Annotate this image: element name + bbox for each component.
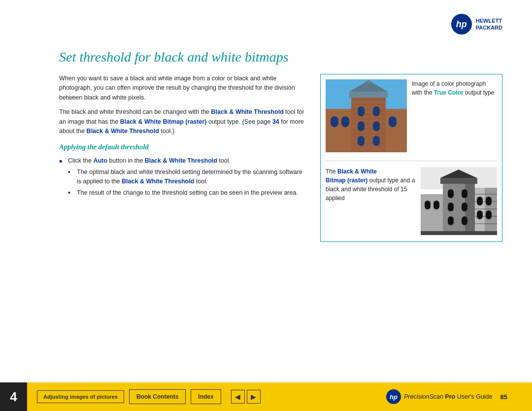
svg-rect-42 [462,189,467,198]
color-building-svg [326,79,407,152]
next-arrow[interactable]: ▶ [247,390,261,404]
svg-rect-59 [477,210,483,219]
svg-rect-57 [477,197,483,206]
svg-rect-32 [389,116,397,127]
index-button[interactable]: Index [191,389,221,404]
svg-rect-16 [351,129,386,129]
bw-photo-section: The Black & WhiteBitmap (raster) output … [326,167,497,237]
page-34-link[interactable]: 34 [272,118,279,125]
footer-brand: hp PrecisionScan Pro User's Guide 85 [386,389,522,404]
footer-navigation: Adjusting images of pictures Book Conten… [27,389,532,404]
svg-rect-31 [341,116,349,127]
svg-rect-49 [433,201,439,209]
svg-rect-15 [351,124,386,124]
hp-logo-circle: hp [451,14,472,34]
svg-rect-41 [448,189,454,198]
left-column: When you want to save a black and white … [59,74,305,242]
nav-arrows: ◀ ▶ [231,390,261,404]
svg-rect-30 [331,116,338,127]
svg-rect-23 [373,106,380,116]
svg-rect-19 [351,143,386,144]
footer-page-num-right: 85 [496,393,507,401]
bw-threshold-link-1[interactable]: Black & White Threshold [211,108,284,115]
right-column: Image of a color photograph with the Tru… [320,74,502,242]
svg-rect-27 [373,136,380,146]
main-layout: When you want to save a black and white … [59,74,502,242]
hp-logo-text: hp [456,19,467,30]
hp-brand-name: HEWLETT PACKARD [476,17,502,32]
svg-rect-20 [349,92,388,98]
svg-rect-29 [386,109,407,152]
svg-rect-10 [351,99,386,100]
svg-rect-26 [358,136,365,146]
color-photo-caption: Image of a color photograph with the Tru… [412,79,497,97]
bw-photo [421,167,497,237]
intro-paragraph-2: The black and white threshold can be cha… [59,107,305,136]
section-heading: Applying the default threshold [59,143,305,151]
adjusting-images-button[interactable]: Adjusting images of pictures [37,390,124,403]
svg-rect-48 [425,201,431,209]
svg-rect-45 [448,216,454,225]
svg-rect-24 [358,121,365,131]
bw-photo-caption: The Black & WhiteBitmap (raster) output … [326,167,416,203]
prev-arrow[interactable]: ◀ [231,390,245,404]
page-content: hp HEWLETT PACKARD Set threshold for bla… [0,0,532,381]
bw-bitmap-link-1[interactable]: Black & White Bitmap (raster) [120,118,207,125]
hp-logo: hp HEWLETT PACKARD [451,14,502,34]
svg-rect-13 [351,114,386,114]
svg-rect-33 [368,79,369,83]
footer-brand-text: PrecisionScan Pro User's Guide [404,393,493,400]
main-bullet-list: Click the Auto button in the Black & Whi… [59,156,305,197]
footer-page-number: 4 [0,382,27,411]
bw-bitmap-link-2[interactable]: Black & WhiteBitmap (raster) [326,168,377,184]
bw-building-svg [421,167,497,235]
color-photo-section: Image of a color photograph with the Tru… [326,79,497,154]
svg-rect-25 [373,121,380,131]
image-box: Image of a color photograph with the Tru… [320,74,502,242]
svg-rect-60 [486,210,492,219]
bw-threshold-link-3[interactable]: Black & White Threshold [145,157,217,164]
svg-rect-44 [462,203,467,211]
svg-rect-22 [358,106,365,116]
footer: 4 Adjusting images of pictures Book Cont… [0,382,532,411]
footer-hp-logo: hp [386,389,401,404]
color-photo [326,79,407,154]
svg-rect-14 [351,119,386,119]
svg-rect-11 [351,104,386,104]
intro-paragraph-1: When you want to save a black and white … [59,74,305,103]
image-separator [326,161,497,161]
sub-bullet-1: The optimal black and white threshold se… [68,168,305,186]
svg-rect-12 [351,109,386,109]
bullet-item-1: Click the Auto button in the Black & Whi… [59,156,305,197]
svg-rect-39 [440,178,477,184]
bw-threshold-link-4[interactable]: Black & White Threshold [122,178,194,185]
svg-rect-61 [421,231,497,235]
svg-rect-17 [351,134,386,134]
svg-rect-46 [462,216,467,225]
auto-link[interactable]: Auto [93,157,107,164]
svg-rect-43 [448,203,454,211]
svg-rect-58 [486,197,492,206]
page-title: Set threshold for black and white bitmap… [59,49,502,65]
bw-threshold-link-2[interactable]: Black & White Threshold [87,128,159,135]
true-color-link[interactable]: True Color [434,89,464,96]
svg-rect-28 [326,109,351,152]
svg-rect-18 [351,138,386,139]
book-contents-button[interactable]: Book Contents [129,389,186,404]
sub-bullet-2: The result of the change to the threshol… [68,188,305,198]
svg-rect-47 [421,194,443,235]
sub-bullet-list: The optimal black and white threshold se… [68,168,305,197]
